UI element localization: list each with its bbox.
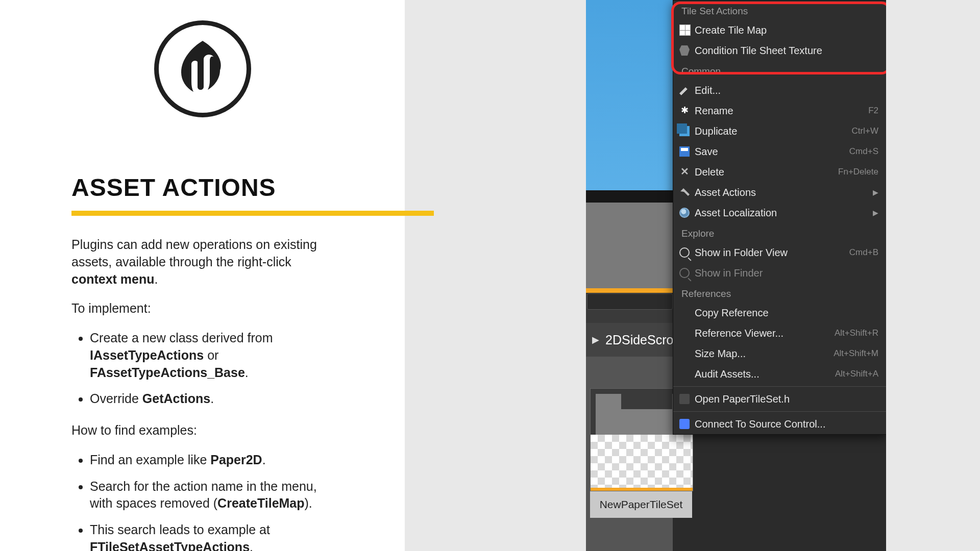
grid-icon: [679, 24, 691, 36]
ctx-item-show-in-finder[interactable]: Show in Finder: [673, 263, 886, 283]
title-underline: [71, 211, 434, 216]
platform-notch: [621, 394, 672, 409]
list-item: Override GetActions.: [90, 390, 333, 408]
implement-list: Create a new class derived from IAssetTy…: [71, 330, 333, 408]
breadcrumb-text: 2DSideScroll: [605, 333, 679, 347]
viewport-ground: [586, 203, 673, 289]
ctx-header-explore: Explore: [673, 223, 886, 242]
ctx-item-create-tile-map[interactable]: Create Tile Map: [673, 20, 886, 40]
ctx-item-show-folder-view[interactable]: Show in Folder View Cmd+B: [673, 242, 886, 263]
slide: ASSET ACTIONS Plugins can add new operat…: [0, 0, 980, 551]
ctx-header-tileset: Tile Set Actions: [673, 1, 886, 20]
ctx-item-open-header[interactable]: Open PaperTileSet.h: [673, 389, 886, 409]
unreal-logo: [154, 20, 251, 117]
page-title: ASSET ACTIONS: [71, 173, 333, 202]
list-item: This search leads to example at FTileSet…: [90, 521, 333, 551]
ctx-item-copy-reference[interactable]: Copy Reference: [673, 303, 886, 323]
ctx-item-audit-assets[interactable]: Audit Assets... Alt+Shift+A: [673, 364, 886, 384]
breadcrumb-bar[interactable]: ▶ 2DSideScroll: [586, 323, 673, 357]
panel-strip: [586, 293, 673, 323]
ctx-item-rename[interactable]: ✱ Rename F2: [673, 101, 886, 121]
ctx-divider: [673, 411, 886, 412]
ctx-divider: [673, 386, 886, 387]
viewport-sky: [586, 0, 673, 190]
ctx-header-references: References: [673, 283, 886, 303]
intro-paragraph: Plugins can add new operations on existi…: [71, 236, 333, 288]
unreal-logo-icon: [177, 41, 228, 97]
ctx-item-connect-source-control[interactable]: Connect To Source Control...: [673, 414, 886, 434]
ctx-item-duplicate[interactable]: Duplicate Ctrl+W: [673, 121, 886, 141]
ctx-item-delete[interactable]: ✕ Delete Fn+Delete: [673, 162, 886, 182]
left-panel: ASSET ACTIONS Plugins can add new operat…: [0, 0, 405, 551]
ctx-item-reference-viewer[interactable]: Reference Viewer... Alt+Shift+R: [673, 323, 886, 343]
ctx-item-condition-tile-sheet[interactable]: Condition Tile Sheet Texture: [673, 40, 886, 61]
context-menu: Tile Set Actions Create Tile Map Conditi…: [673, 0, 886, 435]
content-browser: NewPaperTileSet: [586, 357, 673, 551]
chevron-right-icon: ▶: [592, 334, 599, 345]
edit-icon: [679, 85, 690, 95]
delete-icon: ✕: [679, 167, 690, 177]
search-icon: [679, 268, 690, 278]
selection-accent: [586, 291, 673, 293]
list-item: Create a new class derived from IAssetTy…: [90, 330, 333, 381]
ctx-item-size-map[interactable]: Size Map... Alt+Shift+M: [673, 343, 886, 364]
rename-icon: ✱: [679, 106, 690, 116]
panel-tab[interactable]: [587, 293, 673, 310]
how-to-find-label: How to find examples:: [71, 422, 333, 439]
find-list: Find an example like Paper2D. Search for…: [71, 452, 333, 551]
ctx-item-asset-localization[interactable]: Asset Localization ▶: [673, 203, 886, 223]
body-text: Plugins can add new operations on existi…: [71, 236, 333, 551]
ctx-item-edit[interactable]: Edit...: [673, 80, 886, 101]
to-implement-label: To implement:: [71, 300, 333, 317]
source-control-icon: [679, 419, 690, 429]
save-icon: [679, 146, 690, 157]
file-icon: [679, 394, 690, 404]
asset-label: NewPaperTileSet: [590, 491, 692, 518]
list-item: Search for the action name in the menu, …: [90, 478, 333, 513]
ctx-item-asset-actions[interactable]: Asset Actions ▶: [673, 182, 886, 203]
editor-screenshot: ▶ 2DSideScroll NewPaperTileSet Tile Set …: [586, 0, 886, 551]
list-item: Find an example like Paper2D.: [90, 452, 333, 469]
wrench-icon: [679, 187, 690, 197]
chevron-right-icon: ▶: [873, 188, 878, 196]
viewport-divider: [586, 190, 673, 203]
search-icon: [679, 247, 690, 258]
globe-icon: [679, 208, 690, 218]
ctx-header-common: Common: [673, 61, 886, 80]
ctx-item-save[interactable]: Save Cmd+S: [673, 141, 886, 162]
texture-icon: [679, 45, 690, 56]
chevron-right-icon: ▶: [873, 209, 878, 217]
duplicate-icon: [679, 126, 690, 136]
asset-type-stripe: [591, 488, 693, 491]
checker-preview: [591, 435, 693, 491]
